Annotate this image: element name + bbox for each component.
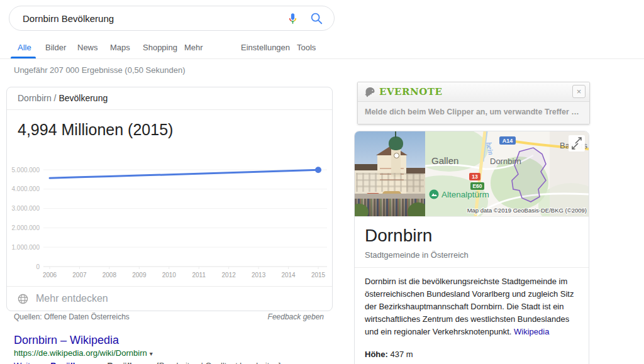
tab-alle[interactable]: Alle: [18, 43, 31, 52]
facts-list: Höhe: 437 m Wetter: 12 °C, Wind aus S mi…: [355, 339, 589, 364]
population-answer-card: Dornbirn / Bevölkerung 4,994 Millionen (…: [6, 87, 333, 311]
svg-text:2012: 2012: [222, 272, 236, 279]
jump-to-link[interactable]: Weiter zu Bevölkerung: [14, 361, 100, 364]
knowledge-panel: Gallen Dornbirn Balders hein A14 13 E60 …: [354, 131, 589, 364]
photo-bush-right: [408, 202, 425, 216]
elevation-label: Höhe:: [365, 350, 388, 359]
knowledge-panel-header: Dornbirn Stadtgemeinde in Österreich: [355, 217, 589, 266]
fact-elevation: Höhe: 437 m: [365, 349, 579, 360]
evernote-banner-message: Melde dich beim Web Clipper an, um verwa…: [358, 102, 589, 124]
search-tabs: Alle Bilder News Maps Shopping Mehr Eins…: [0, 39, 644, 59]
headline-value: 4,994 Millionen (2015): [18, 121, 321, 139]
evernote-banner-header: EVERNOTE ×: [358, 82, 589, 102]
svg-text:2010: 2010: [162, 272, 177, 279]
svg-text:2009: 2009: [132, 272, 147, 279]
a14-badge-label: A14: [502, 138, 513, 144]
evernote-clipper-banner: EVERNOTE × Melde dich beim Web Clipper a…: [357, 82, 590, 124]
photo-tower-dome: [389, 136, 403, 150]
snippet-separator: -: [100, 361, 108, 364]
breadcrumb: Dornbirn / Bevölkerung: [7, 87, 332, 110]
wikipedia-link[interactable]: Wikipedia: [514, 327, 549, 336]
svg-text:5.000.000: 5.000.000: [12, 167, 40, 174]
breadcrumb-root[interactable]: Dornbirn: [18, 93, 52, 103]
sources-label: Quellen: Offene Daten Österreichs: [14, 312, 130, 321]
photo-tower-clock: [394, 153, 399, 158]
entity-title: Dornbirn: [365, 226, 579, 246]
result-options-arrow[interactable]: ▾: [150, 350, 153, 357]
evernote-elephant-icon: [364, 85, 377, 99]
search-bar[interactable]: [9, 6, 335, 31]
knowledge-panel-media: Gallen Dornbirn Balders hein A14 13 E60 …: [355, 131, 589, 217]
photo-tower-spire: [395, 131, 396, 138]
tab-bilder[interactable]: Bilder: [45, 43, 66, 52]
entity-subtitle: Stadtgemeinde in Österreich: [365, 250, 579, 260]
active-tab-underline: [11, 57, 36, 58]
tab-einstellungen[interactable]: Einstellungen: [241, 43, 290, 52]
svg-text:4.000.000: 4.000.000: [12, 185, 40, 192]
map-thumbnail[interactable]: Gallen Dornbirn Balders hein A14 13 E60 …: [425, 131, 589, 216]
breadcrumb-slash: /: [54, 93, 57, 103]
svg-text:2007: 2007: [72, 272, 87, 279]
svg-text:2014: 2014: [281, 272, 296, 279]
tab-maps[interactable]: Maps: [110, 43, 130, 52]
tab-news[interactable]: News: [77, 43, 98, 52]
svg-text:2008: 2008: [103, 272, 117, 279]
svg-text:2013: 2013: [252, 272, 266, 279]
result-url-text: https://de.wikipedia.org/wiki/Dornbirn: [14, 348, 147, 358]
tab-shopping[interactable]: Shopping: [143, 43, 177, 52]
map-label-dornbirn: Dornbirn: [490, 157, 521, 166]
snippet-link-prefix: Weiter zu: [14, 361, 50, 364]
microphone-icon[interactable]: [285, 11, 300, 26]
svg-text:2011: 2011: [192, 272, 206, 279]
result-snippet: Weiter zu Bevölkerung - Bevölkerung[Bear…: [14, 360, 335, 364]
map-label-gallen: Gallen: [431, 155, 458, 166]
entity-description: Dornbirn ist die bevölkerungsreichste St…: [355, 268, 589, 339]
evernote-brand: EVERNOTE: [379, 86, 442, 97]
search-input[interactable]: [9, 13, 285, 24]
result-stats: Ungefähr 207 000 Ergebnisse (0,50 Sekund…: [14, 65, 185, 75]
svg-text:3.000.000: 3.000.000: [12, 205, 40, 212]
sources-row: Quellen: Offene Daten Österreichs Feedba…: [6, 312, 333, 321]
explore-more-button[interactable]: Mehr entdecken: [7, 286, 332, 311]
search-icon[interactable]: [309, 11, 324, 26]
google-serp-page: Alle Bilder News Maps Shopping Mehr Eins…: [0, 0, 644, 364]
svg-text:2006: 2006: [43, 272, 57, 279]
svg-text:0: 0: [36, 263, 40, 270]
close-banner-button[interactable]: ×: [572, 85, 586, 98]
e60-badge-label: E60: [472, 183, 482, 189]
explore-more-label: Mehr entdecken: [36, 293, 108, 304]
svg-text:2015: 2015: [311, 272, 326, 279]
svg-text:2.000.000: 2.000.000: [12, 224, 40, 231]
tab-tools[interactable]: Tools: [297, 43, 316, 52]
snippet-bold: Bevölkerung: [108, 361, 157, 364]
population-chart: 01.000.0002.000.0003.000.0004.000.0005.0…: [7, 150, 333, 284]
result-url: https://de.wikipedia.org/wiki/Dornbirn▾: [14, 348, 335, 358]
map-attribution: Map data ©2019 GeoBasis-DE/BKG (©2009): [467, 207, 587, 214]
city-photo[interactable]: [355, 131, 425, 216]
photo-windows: [356, 173, 424, 192]
svg-text:1.000.000: 1.000.000: [12, 244, 40, 251]
map-graphic: Gallen Dornbirn Balders hein A14 13 E60 …: [425, 131, 589, 216]
elevation-value: 437 m: [388, 350, 413, 359]
tab-mehr[interactable]: Mehr: [184, 43, 203, 52]
organic-result: Dornbirn – Wikipedia https://de.wikipedi…: [14, 333, 335, 364]
expand-map-icon[interactable]: [569, 135, 585, 152]
route13-badge-label: 13: [472, 174, 478, 180]
result-title-link[interactable]: Dornbirn – Wikipedia: [14, 333, 335, 347]
feedback-link[interactable]: Feedback geben: [268, 312, 324, 321]
globe-icon: [17, 293, 29, 305]
snippet-link-bold: Bevölkerung: [50, 361, 100, 364]
map-label-altenalptuerm: Altenalptürm: [441, 190, 489, 199]
breadcrumb-current-label: Bevölkerung: [58, 93, 108, 103]
